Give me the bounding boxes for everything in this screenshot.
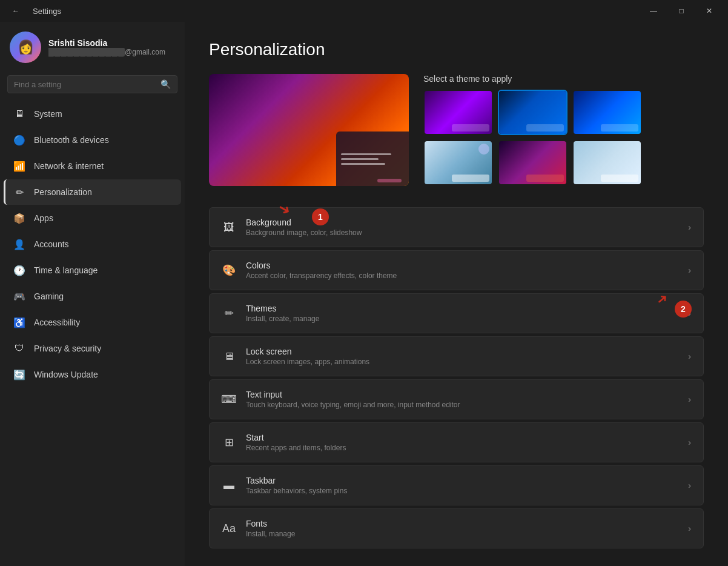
search-box[interactable]: 🔍	[7, 75, 177, 93]
nav-icon-personalization: ✏	[13, 186, 25, 198]
theme-thumb-1[interactable]	[423, 90, 493, 135]
settings-item-left-3: 🖥 Lock screen Lock screen images, apps, …	[222, 347, 369, 366]
settings-item-colors[interactable]: 🎨 Colors Accent color, transparency effe…	[209, 250, 704, 290]
settings-item-left-4: ⌨ Text input Touch keyboard, voice typin…	[222, 390, 460, 409]
settings-item-text-4: Text input Touch keyboard, voice typing,…	[246, 390, 460, 409]
maximize-button[interactable]: □	[667, 0, 695, 22]
app-body: 👩 Srishti Sisodia ████████████@gmail.com…	[0, 22, 728, 566]
preview-image	[209, 74, 409, 186]
settings-item-text-3: Lock screen Lock screen images, apps, an…	[246, 347, 369, 366]
sidebar-item-bluetooth[interactable]: 🔵 Bluetooth & devices	[4, 127, 181, 153]
sidebar-item-system[interactable]: 🖥 System	[4, 101, 181, 127]
settings-item-title-2: Themes	[246, 304, 319, 313]
sidebar-item-update[interactable]: 🔄 Windows Update	[4, 362, 181, 387]
nav-label-personalization: Personalization	[34, 187, 92, 197]
settings-item-fonts[interactable]: Aa Fonts Install, manage ›	[209, 508, 704, 548]
chevron-right-icon-6: ›	[688, 481, 691, 490]
nav-label-time: Time & language	[34, 265, 98, 275]
sidebar-item-personalization[interactable]: ✏ Personalization	[4, 179, 181, 205]
sidebar-item-privacy[interactable]: 🛡 Privacy & security	[4, 336, 181, 361]
back-button[interactable]: ←	[5, 0, 27, 22]
settings-item-desc-3: Lock screen images, apps, animations	[246, 358, 369, 366]
themes-row-2	[423, 140, 704, 185]
close-button[interactable]: ✕	[695, 0, 723, 22]
settings-item-desc-6: Taskbar behaviors, system pins	[246, 487, 347, 495]
settings-item-desc-0: Background image, color, slideshow	[246, 228, 362, 237]
settings-item-icon-7: Aa	[222, 521, 236, 536]
nav-label-update: Windows Update	[34, 370, 98, 379]
sidebar-item-accessibility[interactable]: ♿ Accessibility	[4, 310, 181, 335]
settings-item-text-7: Fonts Install, manage	[246, 519, 295, 538]
settings-item-text-1: Colors Accent color, transparency effect…	[246, 261, 397, 280]
settings-item-desc-5: Recent apps and items, folders	[246, 444, 346, 452]
settings-item-icon-4: ⌨	[222, 392, 236, 407]
page-title: Personalization	[209, 40, 704, 59]
settings-item-taskbar[interactable]: ▬ Taskbar Taskbar behaviors, system pins…	[209, 465, 704, 505]
user-name: Srishti Sisodia	[48, 38, 165, 48]
sidebar-item-accounts[interactable]: 👤 Accounts	[4, 231, 181, 257]
theme-thumb-3[interactable]	[572, 90, 642, 135]
settings-item-desc-4: Touch keyboard, voice typing, emoji and …	[246, 401, 460, 409]
preview-line-1	[341, 153, 391, 155]
nav-label-accessibility: Accessibility	[34, 318, 80, 327]
settings-item-title-7: Fonts	[246, 519, 295, 528]
nav-label-gaming: Gaming	[34, 291, 64, 301]
nav-label-bluetooth: Bluetooth & devices	[34, 135, 109, 145]
chevron-right-icon-3: ›	[688, 351, 691, 361]
settings-item-icon-2: ✏	[222, 306, 236, 321]
sidebar-item-time[interactable]: 🕐 Time & language	[4, 258, 181, 283]
preview-taskbar	[336, 132, 409, 186]
settings-item-left-1: 🎨 Colors Accent color, transparency effe…	[222, 261, 397, 280]
chevron-right-icon-5: ›	[688, 438, 691, 447]
sidebar-item-gaming[interactable]: 🎮 Gaming	[4, 284, 181, 309]
theme-thumb-4[interactable]	[423, 140, 493, 185]
preview-line-2	[341, 158, 379, 160]
nav-icon-gaming: 🎮	[13, 290, 25, 302]
settings-item-title-6: Taskbar	[246, 476, 347, 485]
settings-item-title-1: Colors	[246, 261, 397, 270]
settings-item-themes[interactable]: ✏ Themes Install, create, manage ›	[209, 293, 704, 333]
titlebar: ← Settings — □ ✕	[0, 0, 728, 22]
user-profile[interactable]: 👩 Srishti Sisodia ████████████@gmail.com	[0, 22, 185, 70]
user-info: Srishti Sisodia ████████████@gmail.com	[48, 38, 165, 56]
settings-item-icon-3: 🖥	[222, 349, 236, 364]
settings-item-start[interactable]: ⊞ Start Recent apps and items, folders ›	[209, 422, 704, 462]
preview-taskbar-bottom	[377, 179, 402, 182]
minimize-button[interactable]: —	[640, 0, 667, 22]
settings-item-text-6: Taskbar Taskbar behaviors, system pins	[246, 476, 347, 495]
chevron-right-icon-1: ›	[688, 265, 691, 275]
theme-thumb-2[interactable]	[498, 90, 568, 135]
settings-item-icon-0: 🖼	[222, 220, 236, 235]
nav-label-system: System	[34, 109, 62, 119]
avatar: 👩	[10, 32, 41, 63]
nav-label-privacy: Privacy & security	[34, 344, 101, 353]
search-input[interactable]	[14, 80, 156, 89]
nav-icon-network: 📶	[13, 160, 25, 172]
theme-section: Select a theme to apply	[209, 74, 704, 190]
settings-item-background[interactable]: 🖼 Background Background image, color, sl…	[209, 207, 704, 247]
themes-grid: Select a theme to apply	[423, 74, 704, 190]
main-content: Personalization Select a theme to apply	[185, 22, 728, 566]
settings-item-icon-6: ▬	[222, 478, 236, 493]
nav-list: 🖥 System 🔵 Bluetooth & devices 📶 Network…	[0, 101, 185, 388]
window-controls: — □ ✕	[640, 0, 723, 22]
chevron-right-icon-0: ›	[688, 222, 691, 232]
sidebar-item-apps[interactable]: 📦 Apps	[4, 205, 181, 231]
search-container: 🔍	[0, 70, 185, 101]
chevron-right-icon-7: ›	[688, 524, 691, 533]
settings-item-icon-5: ⊞	[222, 435, 236, 450]
preview-line-3	[341, 163, 385, 165]
nav-icon-accounts: 👤	[13, 238, 25, 250]
settings-item-desc-1: Accent color, transparency effects, colo…	[246, 271, 397, 280]
settings-item-lock-screen[interactable]: 🖥 Lock screen Lock screen images, apps, …	[209, 336, 704, 376]
titlebar-left: ← Settings	[5, 0, 61, 22]
theme-thumb-5[interactable]	[498, 140, 568, 185]
chevron-right-icon-2: ›	[688, 308, 691, 318]
settings-item-icon-1: 🎨	[222, 263, 236, 278]
nav-label-apps: Apps	[34, 213, 53, 223]
theme-thumb-6[interactable]	[572, 140, 642, 185]
sidebar-item-network[interactable]: 📶 Network & internet	[4, 153, 181, 179]
sidebar: 👩 Srishti Sisodia ████████████@gmail.com…	[0, 22, 185, 566]
nav-label-network: Network & internet	[34, 161, 104, 171]
settings-item-text-input[interactable]: ⌨ Text input Touch keyboard, voice typin…	[209, 379, 704, 419]
